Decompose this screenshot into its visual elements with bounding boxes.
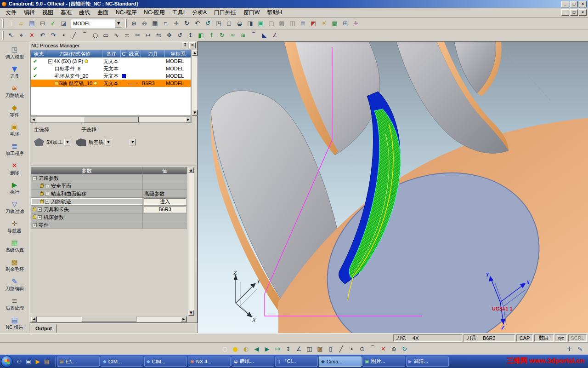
toolbar-icon[interactable]: ◫ [287, 18, 298, 28]
close-icon[interactable]: ✕ [189, 42, 196, 48]
toolbar-icon[interactable]: ⌖ [16, 30, 27, 40]
column-header[interactable]: 线宽 [127, 50, 141, 58]
parameter-value-cell[interactable] [143, 213, 187, 221]
media-player-icon[interactable]: ▶ [33, 356, 42, 367]
toolbar-icon[interactable]: ⊙ [357, 344, 368, 354]
toolbar-icon[interactable]: ∠ [294, 344, 304, 354]
expand-icon[interactable]: − [33, 176, 37, 180]
parameter-value-cell[interactable] [143, 182, 187, 190]
toolbar-icon[interactable]: ✂ [132, 30, 143, 40]
toolbar-grip[interactable] [125, 19, 127, 28]
toolbar-icon[interactable]: • [58, 30, 69, 40]
toolbar-icon[interactable]: ∿ [111, 30, 122, 40]
toolbar-icon[interactable]: ↕ [283, 344, 294, 354]
toolbar-icon[interactable]: ▯ [6, 18, 16, 28]
sidebar-item[interactable]: ✕ 删除 [0, 159, 29, 178]
toolbar-icon[interactable]: ▩ [315, 344, 325, 354]
menu-item[interactable]: 分析A [188, 8, 210, 17]
taskbar-window-button[interactable]: ▯ 『Ci... [275, 356, 318, 367]
toolbar-icon[interactable]: ▶ [262, 344, 272, 354]
minimize-button[interactable]: _ [561, 1, 569, 7]
taskbar-window-button[interactable]: ▣ 图片... [362, 356, 405, 367]
toolbar-icon[interactable]: ⊖ [139, 18, 150, 28]
expand-icon[interactable]: + [45, 192, 49, 196]
toolbar-icon[interactable]: ▣ [255, 18, 266, 28]
toolbar-icon[interactable]: ↶ [37, 30, 48, 40]
toolbar-icon[interactable]: ▭ [101, 30, 111, 40]
toolbar-icon[interactable]: ✕ [27, 30, 37, 40]
sidebar-item[interactable]: ≋ 刀路轨迹 [0, 81, 29, 101]
parameter-row[interactable]: + 刀路轨迹 进入 [31, 198, 187, 206]
column-header[interactable]: 刀具 [141, 50, 165, 58]
toolbar-icon[interactable]: ◐ [241, 344, 251, 354]
parameter-value-cell[interactable] [143, 174, 187, 182]
toolbar-icon[interactable]: ▢ [266, 18, 277, 28]
sidebar-item[interactable]: ▤ NC 报告 [0, 313, 29, 333]
expand-icon[interactable]: + [38, 215, 42, 219]
toolbar-icon[interactable]: ╱ [336, 344, 346, 354]
doc-minimize-button[interactable]: _ [561, 9, 569, 16]
toolbar-icon[interactable]: ↑ [206, 30, 217, 40]
toolbar-icon[interactable]: ⊕ [389, 344, 399, 354]
menu-item[interactable]: 编辑 [20, 8, 39, 17]
show-desktop-icon[interactable]: ▣ [24, 356, 33, 367]
sidebar-item[interactable]: ▶ 执行 [0, 178, 29, 197]
pin-icon[interactable]: ↧ [182, 42, 188, 48]
coordinate-system-combo[interactable]: MODEL ▼ [71, 19, 122, 28]
toolbar-icon[interactable]: ▦ [150, 18, 160, 28]
toolbar-icon[interactable]: ↶ [192, 18, 203, 28]
process-row[interactable]: ✔ 目标零件_8 无文本 MODEL [31, 65, 191, 72]
parameter-value-cell[interactable] [143, 221, 187, 229]
doc-restore-button[interactable]: □ [570, 9, 578, 16]
taskbar-window-button[interactable]: ◒ 腾讯... [232, 356, 274, 367]
sidebar-item[interactable]: ◳ 调入模型 [0, 43, 29, 62]
sidebar-item[interactable]: ✎ 刀路编辑 [0, 275, 29, 294]
taskbar-window-button[interactable]: ▤ E:\... [57, 356, 100, 367]
sidebar-item[interactable]: ✛ 导航器 [0, 217, 29, 236]
sidebar-item[interactable]: ▣ 毛坯 [0, 120, 29, 139]
toolbar-icon[interactable]: ↖ [6, 30, 16, 40]
toolbar-icon[interactable]: ▩ [329, 18, 340, 28]
primary-selection-combo[interactable]: 5X加工 ▼ [34, 138, 70, 146]
process-row[interactable]: ✔ − 4X (5X) (3 P) 无文本 MODEL [31, 58, 191, 65]
start-button[interactable] [1, 356, 13, 368]
graphics-viewport[interactable]: Z Y X Y X Z UCS#1 1 [198, 41, 588, 333]
toolbar-icon[interactable]: ☼ [319, 18, 329, 28]
menu-item[interactable]: 帮助H [263, 8, 286, 17]
parameter-row[interactable]: − 刀路参数 [31, 174, 187, 182]
parameter-horizontal-scrollbar[interactable]: ◀▶ [31, 316, 187, 322]
toolbar-icon[interactable]: ◩ [308, 18, 319, 28]
toolbar-icon[interactable]: ⊕ [129, 18, 139, 28]
toolbar-icon[interactable]: ≋ [238, 30, 249, 40]
toolbar-icon[interactable]: ⌒ [249, 30, 259, 40]
process-row[interactable]: ✔ 5轴-航空铣_10 无文本 —— B6R3 MODEL [31, 80, 191, 87]
tree-horizontal-scrollbar[interactable]: ◀▶ [30, 116, 192, 123]
toolbar-icon[interactable]: ∠ [270, 30, 280, 40]
toolbar-icon[interactable]: ⌒ [79, 30, 90, 40]
taskbar-window-button[interactable]: ◉ NX 4... [188, 356, 231, 367]
toolbar-icon[interactable]: ▯ [325, 344, 336, 354]
process-row[interactable]: ✔ 毛坯从文件_20 无文本 MODEL [31, 72, 191, 80]
parameter-row[interactable]: + 刀具和卡头 B6R3 [31, 206, 187, 213]
folder-icon[interactable]: ▤ [42, 356, 51, 367]
toolbar-icon[interactable]: ◀ [251, 344, 262, 354]
toolbar-icon[interactable]: ↦ [272, 344, 283, 354]
toolbar-icon[interactable]: ✛ [171, 18, 181, 28]
menu-item[interactable]: 口口外挂 [210, 8, 240, 17]
parameter-value-cell[interactable]: 进入 [144, 198, 186, 205]
taskbar-window-button[interactable]: ◆ CIM... [101, 356, 143, 367]
toolbar-icon[interactable]: ✥ [164, 30, 175, 40]
toolbar-icon[interactable]: ✎ [575, 344, 585, 354]
toolbar-icon[interactable]: ≣ [298, 18, 308, 28]
column-header[interactable]: 坐标系 [165, 50, 191, 58]
toolbar-icon[interactable]: ◻ [224, 18, 234, 28]
column-header[interactable]: 状态 [31, 50, 47, 58]
chevron-down-icon[interactable]: ▼ [105, 139, 111, 145]
output-tab[interactable]: Output [31, 324, 57, 333]
toolbar-icon[interactable]: ◪ [58, 18, 69, 28]
toolbar-icon[interactable]: ↕ [185, 30, 196, 40]
toolbar-icon[interactable]: ↦ [143, 30, 153, 40]
toolbar-icon[interactable]: ↺ [203, 18, 213, 28]
toolbar-icon[interactable]: ✕ [378, 344, 389, 354]
chevron-down-icon[interactable]: ▼ [115, 19, 122, 28]
